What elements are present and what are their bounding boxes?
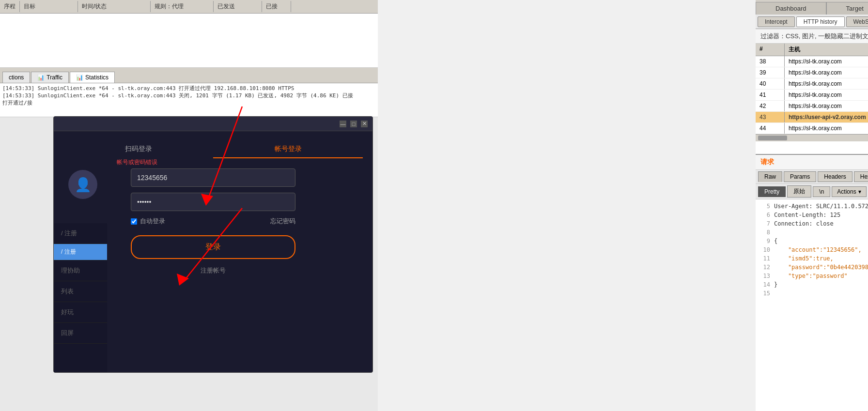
split-area: 请求 Raw Params Headers Hex Pretty 原始 \n A…	[756, 155, 868, 411]
sidebar-item-blue[interactable]: / 注册	[54, 244, 107, 260]
sidebar-blue-label: / 注册	[61, 248, 76, 255]
history-row-43[interactable]: 43https://user-api-v2.oray.comPOST/autho…	[756, 112, 868, 123]
statistics-label: Statistics	[85, 74, 108, 81]
http-history-tab[interactable]: HTTP history	[796, 16, 845, 27]
qr-login-label: 扫码登录	[125, 145, 152, 152]
request-raw-sub-tab[interactable]: 原始	[787, 185, 811, 198]
row-num-38: 38	[756, 56, 785, 67]
row-num-41: 41	[756, 90, 785, 100]
sidebar-item-screen[interactable]: 回屏	[54, 323, 107, 344]
history-row-42[interactable]: 42https://sl-tk.oray.comPOST/track	[756, 101, 868, 112]
auto-login-label: 自动登录	[140, 217, 165, 226]
sub-tabs: Intercept HTTP history WebSockets histor…	[756, 15, 868, 29]
request-line: 13 "type":"password"	[758, 272, 868, 280]
row-host-44: https://sl-tk.oray.com	[785, 123, 868, 134]
sidebar-item-register[interactable]: / 注册	[54, 223, 107, 244]
request-params-tab[interactable]: Params	[784, 171, 816, 182]
username-input[interactable]	[131, 168, 295, 187]
history-row-40[interactable]: 40https://sl-tk.oray.comPOST/track	[756, 78, 868, 90]
dark-window-titlebar: — □ ✕	[54, 117, 372, 131]
request-line: 11 "ismd5":true,	[758, 254, 868, 263]
actions-label: Actions	[837, 188, 856, 195]
request-headers-tab[interactable]: Headers	[818, 171, 852, 182]
request-line: 8	[758, 228, 868, 237]
request-panel: 请求 Raw Params Headers Hex Pretty 原始 \n A…	[756, 155, 868, 411]
forgot-password-link[interactable]: 忘记密码	[270, 217, 295, 226]
dark-window: — □ ✕ 👤 / 注册 / 注册 理协助	[53, 116, 373, 373]
connections-tab[interactable]: ctions	[2, 72, 30, 83]
sidebar-assist-label: 理协助	[61, 267, 80, 274]
traffic-icon: 📊	[37, 74, 45, 81]
sidebar-fun-label: 好玩	[61, 308, 74, 316]
top-table: 序程 目标 时间/状态 规则：代理 已发送 已接	[0, 0, 378, 68]
row-host-43: https://user-api-v2.oray.com	[785, 112, 868, 122]
request-line: 7Connection: close	[758, 219, 868, 228]
log-line-2: [14:53:33] SunloginClient.exe *64 - sl-t…	[2, 92, 375, 99]
account-login-label: 帐号登录	[275, 145, 302, 152]
history-row-41[interactable]: 41https://sl-tk.oray.comPOST/track	[756, 90, 868, 101]
register-link[interactable]: 注册帐号	[201, 266, 226, 275]
auto-login-checkbox[interactable]	[131, 218, 137, 225]
history-row-38[interactable]: 38https://sl-tk.oray.comPOST/track	[756, 56, 868, 67]
forgot-password-label: 忘记密码	[270, 217, 295, 225]
login-button-label: 登录	[205, 243, 221, 251]
request-code-area: 5User-Agent: SLRC/11.1.0.57237 (Windows;…	[756, 199, 868, 411]
websockets-history-tab[interactable]: WebSockets history	[846, 16, 868, 27]
maximize-button[interactable]: □	[350, 121, 357, 127]
request-line: 12 "password":"0b4e4420398c10231ba06b07b…	[758, 263, 868, 272]
sidebar-item-assist[interactable]: 理协助	[54, 260, 107, 281]
password-input[interactable]	[131, 193, 295, 211]
actions-chevron-icon: ▾	[858, 188, 861, 195]
scrollbar-thumb[interactable]	[758, 136, 787, 140]
auto-login-row: 自动登录	[131, 217, 165, 226]
request-raw-tab[interactable]: Raw	[758, 171, 782, 182]
request-pretty-tab[interactable]: Pretty	[758, 186, 786, 197]
top-nav: Dashboard Target Proxy	[756, 0, 868, 15]
sidebar: 👤 / 注册 / 注册 理协助 列表 好玩	[54, 170, 107, 372]
request-hex-tab[interactable]: Hex	[854, 171, 868, 182]
header-target: 目标	[20, 1, 78, 12]
qr-login-tab[interactable]: 扫码登录	[63, 141, 213, 158]
log-line-1: [14:53:33] SunloginClient.exe *64 - sl-t…	[2, 85, 375, 92]
login-tabs-row: 扫码登录 帐号登录	[54, 141, 372, 158]
left-table-header: 序程 目标 时间/状态 规则：代理 已发送 已接	[0, 0, 378, 14]
h-scrollbar[interactable]	[756, 134, 868, 141]
col-header-num: #	[756, 44, 785, 56]
header-sent: 已发送	[214, 1, 262, 12]
avatar: 👤	[68, 170, 97, 199]
log-area: [14:53:33] SunloginClient.exe *64 - sl-t…	[0, 83, 378, 117]
filter-bar[interactable]: 过滤器：CSS, 图片, 一般隐藏二进制文件	[756, 29, 868, 44]
actions-button[interactable]: Actions ▾	[832, 186, 866, 197]
traffic-tab[interactable]: 📊 Traffic	[31, 72, 69, 83]
request-line: 5User-Agent: SLRC/11.1.0.57237 (Windows;…	[758, 202, 868, 211]
login-button[interactable]: 登录	[131, 235, 295, 259]
request-panel-tabs: Raw Params Headers Hex	[756, 170, 868, 184]
account-login-tab[interactable]: 帐号登录	[213, 141, 363, 158]
row-host-38: https://sl-tk.oray.com	[785, 56, 868, 67]
close-button[interactable]: ✕	[361, 121, 368, 127]
history-rows-container: 38https://sl-tk.oray.comPOST/track39http…	[756, 56, 868, 134]
avatar-icon: 👤	[75, 177, 92, 193]
history-row-44[interactable]: 44https://sl-tk.oray.comPOST/slcollectio…	[756, 123, 868, 134]
statistics-tab[interactable]: 📊 Statistics	[70, 72, 115, 83]
request-code-content: 5User-Agent: SLRC/11.1.0.57237 (Windows;…	[758, 202, 868, 409]
target-tab[interactable]: Target	[826, 2, 868, 15]
middle-tabs: ctions 📊 Traffic 📊 Statistics	[0, 68, 378, 83]
row-num-40: 40	[756, 78, 785, 89]
dashboard-tab[interactable]: Dashboard	[756, 2, 826, 15]
traffic-label: Traffic	[46, 74, 62, 81]
row-num-39: 39	[756, 67, 785, 78]
request-line: 14}	[758, 280, 868, 289]
sidebar-list-label: 列表	[61, 288, 74, 295]
minimize-button[interactable]: —	[340, 121, 346, 127]
sidebar-item-fun[interactable]: 好玩	[54, 302, 107, 323]
request-newline-tab[interactable]: \n	[813, 186, 830, 197]
sidebar-register-label: / 注册	[61, 229, 77, 237]
error-message: 帐号或密码错误	[117, 158, 157, 167]
intercept-tab[interactable]: Intercept	[758, 16, 795, 27]
history-row-39[interactable]: 39https://sl-tk.oray.comPOST/track	[756, 67, 868, 78]
log-line-3: 打开通过/接	[2, 99, 375, 107]
request-line: 10 "account":"12345656",	[758, 245, 868, 254]
sidebar-item-list[interactable]: 列表	[54, 281, 107, 302]
connections-label: ctions	[9, 74, 24, 81]
